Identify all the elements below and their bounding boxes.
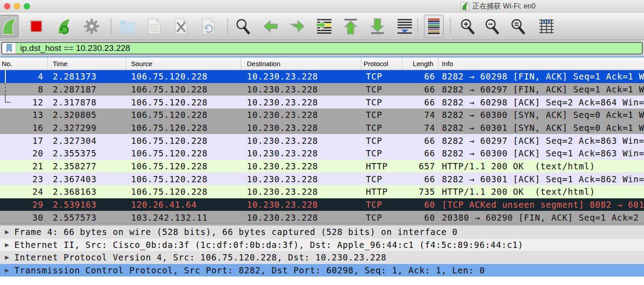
- packet-row[interactable]: 21 2.358277 106.75.120.228 10.230.23.228…: [0, 160, 644, 173]
- cell-time: 2.317878: [48, 97, 126, 107]
- goto-packet-button[interactable]: [314, 17, 334, 36]
- detail-row[interactable]: ▶ Frame 4: 66 bytes on wire (528 bits), …: [0, 226, 644, 239]
- cell-destination: 10.230.23.228: [241, 110, 361, 120]
- last-packet-button[interactable]: [368, 17, 387, 36]
- cell-source: 106.75.120.228: [126, 136, 241, 146]
- goto-lines-icon: [315, 18, 332, 35]
- zoom-window-button[interactable]: [24, 3, 30, 9]
- cell-source: 103.242.132.11: [126, 213, 241, 222]
- packet-row[interactable]: 20 2.355375 106.75.120.228 10.230.23.228…: [0, 147, 644, 160]
- column-header-no[interactable]: No.: [0, 58, 48, 70]
- stop-square-icon: [29, 19, 44, 34]
- resize-columns-icon: [538, 18, 555, 35]
- column-header-length[interactable]: Length: [402, 58, 438, 70]
- first-packet-button[interactable]: [341, 17, 360, 36]
- packet-row[interactable]: 4 2.281373 106.75.120.228 10.230.23.228 …: [0, 70, 644, 83]
- bookmark-icon: [6, 44, 13, 53]
- resize-columns-button[interactable]: [537, 17, 556, 36]
- cell-info: 8282 → 60300 [SYN, ACK] Seq=0 Ack=1 Win=…: [438, 110, 644, 120]
- cell-time: 2.327304: [48, 136, 126, 146]
- auto-scroll-button[interactable]: [394, 17, 414, 36]
- zoom-reset-button[interactable]: [508, 17, 528, 36]
- arrow-right-icon: [289, 19, 306, 34]
- close-file-button[interactable]: [171, 17, 191, 36]
- previous-packet-button[interactable]: [261, 17, 280, 36]
- column-header-source[interactable]: Source: [126, 58, 241, 70]
- cell-protocol: TCP: [361, 174, 402, 184]
- main-toolbar: 010100110101110: [0, 13, 644, 40]
- filter-bar: ip.dst_host == 10.230.23.228: [0, 40, 644, 56]
- reload-document-icon: [201, 18, 216, 35]
- cell-no: 30: [0, 213, 48, 222]
- cell-no: 23: [0, 174, 48, 184]
- cell-no: 16: [0, 123, 48, 133]
- packet-row[interactable]: 30 2.557573 103.242.132.11 10.230.23.228…: [0, 211, 644, 224]
- display-filter-input[interactable]: ip.dst_host == 10.230.23.228: [16, 43, 642, 54]
- detail-row-text: Transmission Control Protocol, Src Port:…: [14, 265, 485, 275]
- related-packet-indicator: [5, 70, 6, 83]
- detail-row[interactable]: ▶ Transmission Control Protocol, Src Por…: [0, 264, 644, 277]
- cell-info: 20380 → 60290 [FIN, ACK] Seq=1 Ack=2: [438, 213, 644, 222]
- shark-fin-icon: [0, 17, 17, 35]
- cell-protocol: TCP: [361, 97, 402, 107]
- packet-row[interactable]: 17 2.327304 106.75.120.228 10.230.23.228…: [0, 134, 644, 147]
- next-packet-button[interactable]: [288, 17, 307, 36]
- column-header-time[interactable]: Time: [48, 58, 126, 70]
- svg-text:01110: 01110: [150, 29, 158, 33]
- cell-info: 8282 → 60298 [ACK] Seq=2 Ack=864 Win=408: [438, 97, 644, 107]
- cell-source: 106.75.120.228: [126, 84, 241, 94]
- cell-source: 106.75.120.228: [126, 71, 241, 81]
- disclosure-triangle-icon[interactable]: ▶: [0, 242, 14, 248]
- packet-row[interactable]: 16 2.327299 106.75.120.228 10.230.23.228…: [0, 122, 644, 134]
- zoom-out-button[interactable]: [482, 17, 502, 36]
- open-file-button[interactable]: [118, 17, 137, 36]
- packet-row[interactable]: 24 2.368163 106.75.120.228 10.230.23.228…: [0, 185, 644, 198]
- zoom-in-button[interactable]: [458, 17, 477, 36]
- restart-fin-icon: [55, 17, 72, 35]
- reload-file-button[interactable]: [199, 17, 218, 36]
- disclosure-triangle-icon[interactable]: ▶: [0, 229, 14, 235]
- cell-length: 66: [402, 174, 438, 184]
- cell-time: 2.355375: [48, 148, 126, 158]
- packet-row[interactable]: 29 2.539163 120.26.41.64 10.230.23.228 T…: [0, 198, 644, 211]
- wireshark-window: 正在捕获 Wi-Fi: en0: [0, 0, 644, 285]
- packet-row[interactable]: 23 2.367403 106.75.120.228 10.230.23.228…: [0, 172, 644, 185]
- toolbar-separator: [450, 19, 451, 34]
- column-header-info[interactable]: Info: [438, 58, 644, 70]
- packet-row[interactable]: 12 2.317878 106.75.120.228 10.230.23.228…: [0, 96, 644, 109]
- detail-row[interactable]: ▶ Ethernet II, Src: Cisco_0b:da:3f (1c:d…: [0, 239, 644, 251]
- column-header-destination[interactable]: Destination: [241, 58, 361, 70]
- cell-source: 106.75.120.228: [126, 174, 241, 184]
- packet-row[interactable]: 13 2.320805 106.75.120.228 10.230.23.228…: [0, 109, 644, 122]
- cell-info: 8282 → 60297 [ACK] Seq=2 Ack=863 Win=408: [438, 136, 644, 146]
- cell-destination: 10.230.23.228: [241, 161, 361, 171]
- cell-info: 8282 → 60301 [SYN, ACK] Seq=0 Ack=1 Win=…: [438, 123, 644, 133]
- find-packet-button[interactable]: [233, 17, 253, 36]
- cell-length: 66: [402, 148, 438, 158]
- minimize-window-button[interactable]: [14, 3, 20, 9]
- cell-destination: 10.230.23.228: [241, 213, 361, 222]
- colorize-button[interactable]: [424, 15, 444, 38]
- cell-no: 4: [0, 71, 48, 81]
- cell-length: 60: [402, 200, 438, 210]
- capture-options-button[interactable]: [82, 17, 102, 36]
- cell-no: 24: [0, 187, 48, 197]
- cell-info: 8282 → 60298 [FIN, ACK] Seq=1 Ack=1 Win=…: [438, 71, 644, 81]
- column-header-protocol[interactable]: Protocol: [361, 58, 402, 70]
- start-capture-button[interactable]: [0, 15, 19, 38]
- close-window-button[interactable]: [4, 3, 10, 9]
- disclosure-triangle-icon[interactable]: ▶: [0, 254, 14, 260]
- svg-text:01101: 01101: [150, 26, 158, 29]
- save-file-button[interactable]: 010100110101110: [144, 17, 164, 36]
- packet-row[interactable]: 8 2.287187 106.75.120.228 10.230.23.228 …: [0, 83, 644, 96]
- stop-capture-button[interactable]: [26, 17, 46, 36]
- display-filter-field[interactable]: ip.dst_host == 10.230.23.228: [1, 42, 643, 54]
- filter-bookmark-button[interactable]: [2, 43, 16, 54]
- cell-time: 2.287187: [48, 84, 126, 94]
- detail-row[interactable]: ▶ Internet Protocol Version 4, Src: 106.…: [0, 251, 644, 264]
- arrow-left-icon: [262, 19, 279, 34]
- restart-capture-button[interactable]: [54, 17, 74, 36]
- zoom-out-icon: [484, 18, 500, 34]
- disclosure-triangle-icon[interactable]: ▶: [0, 267, 14, 273]
- related-packet-indicator: [5, 96, 11, 103]
